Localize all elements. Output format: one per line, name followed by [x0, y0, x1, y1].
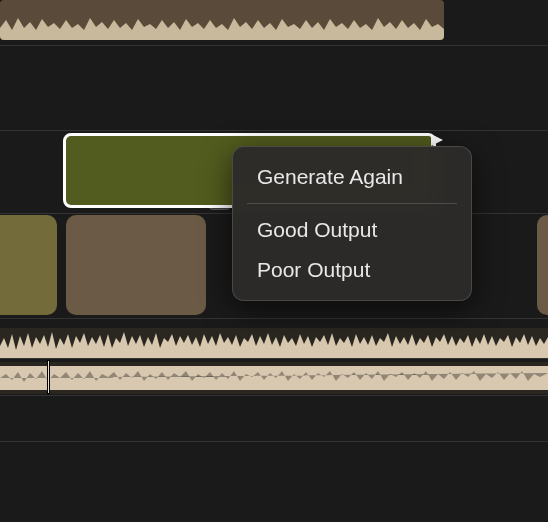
context-menu: Generate Again Good Output Poor Output [232, 146, 472, 301]
track-divider [0, 130, 548, 131]
menu-poor-output[interactable]: Poor Output [233, 250, 471, 290]
menu-separator [247, 203, 457, 204]
track-divider [0, 441, 548, 442]
track-divider [0, 318, 548, 319]
track-divider [0, 358, 548, 359]
audio-clip-tan-right[interactable] [537, 215, 548, 315]
playhead-marker[interactable] [47, 360, 50, 394]
menu-good-output[interactable]: Good Output [233, 210, 471, 250]
menu-generate-again[interactable]: Generate Again [233, 157, 471, 197]
waveform-track-2[interactable] [0, 362, 548, 394]
waveform-track-3[interactable] [0, 0, 444, 40]
track-divider [0, 395, 548, 396]
audio-clip-olive[interactable] [0, 215, 57, 315]
waveform-track-1[interactable] [0, 328, 548, 358]
track-divider [0, 45, 548, 46]
audio-clip-tan[interactable] [66, 215, 206, 315]
